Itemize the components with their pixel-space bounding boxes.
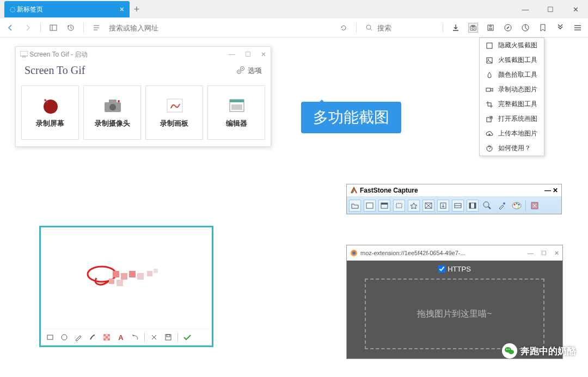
fs-capture-fixed[interactable] <box>452 200 464 212</box>
ext-label: 火狐截图工具 <box>498 55 537 65</box>
history-icon[interactable] <box>66 23 76 33</box>
https-checkbox[interactable]: HTTPS <box>438 265 471 273</box>
svg-rect-39 <box>231 104 242 110</box>
drop-zone[interactable]: 拖拽图片到这里喵~ <box>365 279 544 349</box>
moz-maximize[interactable]: ☐ <box>541 250 547 257</box>
menu-icon[interactable] <box>573 23 583 33</box>
svg-rect-24 <box>20 51 28 56</box>
svg-rect-18 <box>487 43 492 48</box>
fs-magnifier[interactable] <box>481 200 493 212</box>
svg-point-73 <box>483 202 489 207</box>
ext-fox-tool[interactable]: 火狐截图工具 <box>480 53 544 67</box>
ext-open-paint[interactable]: 打开系统画图 <box>480 112 544 126</box>
help-icon <box>485 144 494 153</box>
fs-titlebar[interactable]: FastStone Capture — ✕ <box>347 184 561 196</box>
reload-icon[interactable] <box>339 23 348 33</box>
tab-close-icon[interactable]: × <box>120 5 124 14</box>
delete-tool[interactable] <box>149 332 159 342</box>
svg-rect-57 <box>103 338 106 341</box>
stg-maximize[interactable]: ☐ <box>245 51 251 58</box>
ext-full-capture[interactable]: 完整截图工具 <box>480 97 544 112</box>
brush-tool[interactable] <box>88 332 97 342</box>
red-scribble <box>83 259 170 297</box>
search-input[interactable] <box>377 24 421 32</box>
canvas-area[interactable] <box>43 230 210 326</box>
overflow-icon[interactable] <box>555 23 565 33</box>
ext-record-gif[interactable]: 录制动态图片 <box>480 82 544 97</box>
svg-rect-55 <box>106 336 108 338</box>
drop-text: 拖拽图片到这里喵~ <box>417 308 492 320</box>
ext-hide-fox[interactable]: 隐藏火狐截图 <box>480 38 544 53</box>
undo-tool[interactable] <box>130 332 140 342</box>
fs-close[interactable]: ✕ <box>553 187 558 194</box>
circle-tool[interactable] <box>59 332 69 342</box>
fs-capture-window[interactable] <box>364 200 376 212</box>
svg-rect-43 <box>129 271 136 277</box>
fs-open[interactable] <box>349 200 361 212</box>
moz-minimize[interactable]: — <box>528 250 534 257</box>
svg-rect-65 <box>396 203 402 208</box>
moz-close[interactable]: ✕ <box>554 250 559 257</box>
rect-tool[interactable] <box>45 332 55 342</box>
reader-icon[interactable] <box>91 23 101 33</box>
confirm-tool[interactable] <box>182 332 192 342</box>
maximize-button[interactable]: ☐ <box>538 0 563 18</box>
fs-capture-freehand[interactable] <box>408 200 420 212</box>
ext-color-picker[interactable]: 颜色拾取工具 <box>480 67 544 82</box>
download-icon[interactable] <box>451 23 461 33</box>
ext-upload[interactable]: 上传本地图片 <box>480 126 544 141</box>
fs-capture-active[interactable] <box>378 200 390 212</box>
stg-titlebar[interactable]: Screen To Gif - 启动 — ☐ ✕ <box>16 47 271 62</box>
fs-palette[interactable] <box>511 200 523 212</box>
stg-close[interactable]: ✕ <box>261 51 266 58</box>
faststone-window: FastStone Capture — ✕ <box>346 184 562 214</box>
back-icon[interactable] <box>5 23 15 33</box>
svg-point-31 <box>44 99 46 101</box>
fs-picker[interactable] <box>496 200 508 212</box>
text-tool[interactable]: A <box>116 332 126 342</box>
fs-capture-rect[interactable] <box>393 200 405 212</box>
address-bar[interactable] <box>109 24 331 32</box>
ext-help[interactable]: 如何使用？ <box>480 141 544 156</box>
camera-icon <box>103 97 121 114</box>
pie-icon[interactable] <box>520 23 530 33</box>
fs-capture-video[interactable] <box>467 200 479 212</box>
browser-toolbar <box>0 18 588 38</box>
bookmark-icon[interactable] <box>538 23 548 33</box>
stg-editor[interactable]: 编辑器 <box>207 85 265 140</box>
svg-rect-25 <box>23 56 25 58</box>
browser-tab-strip: ◌ 新标签页 × + — ☐ ✕ <box>0 0 588 18</box>
fs-minimize[interactable]: — <box>544 187 551 194</box>
forward-icon[interactable] <box>23 23 33 33</box>
fs-title-text: FastStone Capture <box>360 187 418 194</box>
save-tool[interactable] <box>163 332 173 342</box>
stg-options-button[interactable]: 选项 <box>236 66 262 76</box>
stg-card-label: 录制屏幕 <box>36 119 64 128</box>
svg-point-80 <box>518 206 519 208</box>
stg-logo: Screen To Gif <box>24 64 85 77</box>
reader-mode-icon[interactable] <box>486 23 495 33</box>
stg-card-label: 录制摄像头 <box>95 119 130 128</box>
browser-tab[interactable]: ◌ 新标签页 × <box>4 1 130 17</box>
svg-rect-45 <box>117 280 123 286</box>
stg-record-board[interactable]: 录制画板 <box>145 85 203 140</box>
stg-record-screen[interactable]: 录制屏幕 <box>21 85 79 140</box>
https-checkbox-input[interactable] <box>438 265 445 273</box>
svg-rect-47 <box>147 271 152 276</box>
minimize-button[interactable]: — <box>513 0 538 18</box>
mosaic-tool[interactable] <box>102 332 112 342</box>
moz-titlebar[interactable]: moz-extension://1ee5f42f-0654-49e7-... —… <box>347 245 562 261</box>
new-tab-button[interactable]: + <box>130 4 144 15</box>
svg-point-87 <box>509 349 510 350</box>
fs-capture-full[interactable] <box>422 200 434 212</box>
camera-icon[interactable] <box>468 23 478 33</box>
compass-icon[interactable] <box>503 23 513 33</box>
stg-record-camera[interactable]: 录制摄像头 <box>83 85 141 140</box>
pencil-tool[interactable] <box>74 332 83 342</box>
stg-minimize[interactable]: — <box>229 51 235 58</box>
fs-capture-scroll[interactable] <box>437 200 449 212</box>
close-button[interactable]: ✕ <box>563 0 588 18</box>
fs-settings[interactable] <box>529 200 541 212</box>
sidebar-icon[interactable] <box>48 23 58 33</box>
ext-label: 颜色拾取工具 <box>498 70 537 79</box>
